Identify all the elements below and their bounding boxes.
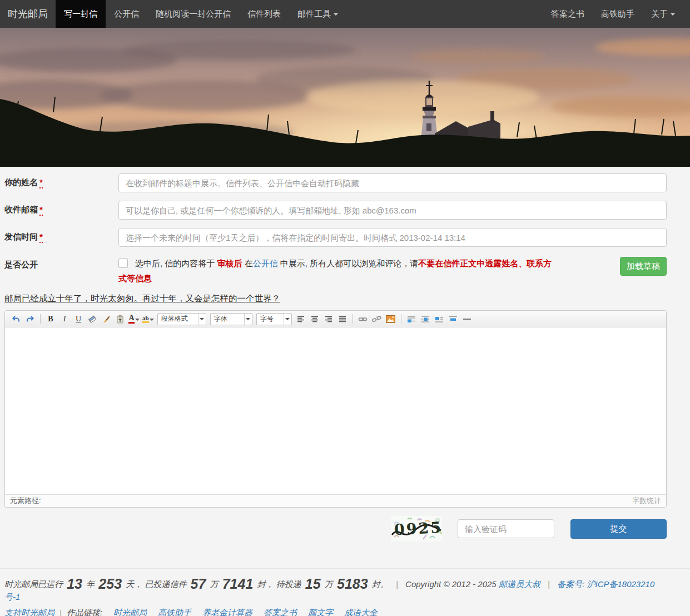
work-link-idiom-dictionary[interactable]: 成语大全 (344, 608, 378, 616)
redo-icon[interactable] (23, 312, 37, 325)
word-count-label[interactable]: 字数统计 (632, 496, 661, 506)
chevron-down-icon (334, 13, 338, 16)
nav-item-public-letters[interactable]: 公开信 (106, 0, 147, 28)
chevron-down-icon (150, 319, 154, 321)
rich-text-editor: B I U A ab 段落格式 (4, 310, 667, 508)
bold-button[interactable]: B (44, 312, 57, 325)
send-time-input[interactable] (118, 228, 667, 247)
toolbar-separator (40, 314, 41, 324)
navbar: 时光邮局 写一封信 公开信 随机阅读一封公开信 信件列表 邮件工具 答案之书 高… (0, 0, 690, 28)
author-link[interactable]: 邮递员大叔 (499, 579, 540, 589)
chevron-down-icon (244, 314, 252, 325)
image-float-left-icon[interactable] (405, 312, 418, 325)
underline-button[interactable]: U (72, 312, 85, 325)
chevron-down-icon (671, 13, 675, 16)
font-color-picker[interactable]: A (127, 312, 141, 325)
load-draft-button[interactable]: 加载草稿 (620, 257, 667, 276)
image-float-right-icon[interactable] (433, 312, 446, 325)
undo-icon[interactable] (9, 312, 23, 325)
work-link-kaomoji[interactable]: 颜文字 (308, 608, 333, 616)
format-brush-icon[interactable] (100, 312, 113, 325)
font-size-select[interactable]: 字号 (256, 313, 292, 325)
editor-toolbar: B I U A ab 段落格式 (5, 311, 666, 327)
highlight-color-picker[interactable]: ab (141, 312, 155, 325)
send-time-row: 发信时间* (4, 228, 667, 247)
send-time-label: 发信时间* (4, 228, 118, 242)
delivered-count: 7141 (222, 576, 254, 592)
work-link-rail-helper[interactable]: 高铁助手 (158, 608, 191, 616)
separator: | (548, 579, 550, 589)
editor-content[interactable] (5, 327, 666, 494)
nav-item-answer-book[interactable]: 答案之书 (543, 0, 593, 28)
pending-wan-count: 15 (305, 576, 321, 592)
nav-item-rail-helper[interactable]: 高铁助手 (593, 0, 643, 28)
captcha-input[interactable] (458, 519, 554, 538)
review-note: 审核后 (217, 259, 242, 268)
hero-image (0, 28, 690, 167)
align-left-icon[interactable] (294, 312, 307, 325)
horizontal-rule-icon[interactable] (460, 312, 474, 325)
paragraph-format-select[interactable]: 段落格式 (157, 313, 206, 325)
copyright-text: Copyright © 2012 - 2025 (405, 579, 497, 589)
align-justify-icon[interactable] (336, 312, 349, 325)
years-running-count: 13 (67, 576, 82, 592)
separator: | (59, 608, 62, 616)
required-asterisk: * (39, 177, 43, 188)
image-inline-icon[interactable] (419, 312, 432, 325)
subject-suggestion-link[interactable]: 邮局已经成立十年了，时光太匆匆。再过十年，又会是怎样的一个世界？ (4, 293, 280, 305)
work-link-pension-calculator[interactable]: 养老金计算器 (202, 608, 252, 616)
days-running-count: 253 (98, 576, 122, 592)
required-asterisk: * (39, 232, 43, 243)
insert-link-icon[interactable] (356, 312, 370, 325)
delivered-wan-count: 57 (191, 576, 206, 592)
chevron-down-icon (198, 314, 206, 325)
email-input[interactable] (118, 201, 667, 220)
footer-links-line: 支持时光邮局 | 作品链接: 时光邮局 高铁助手 养老金计算器 答案之书 颜文字… (4, 608, 667, 616)
email-row: 收件邮箱* (4, 201, 667, 220)
element-path-label: 元素路径: (10, 496, 41, 506)
insert-image-icon[interactable] (384, 312, 398, 325)
works-label: 作品链接: (67, 608, 102, 616)
captcha-row: 0925 提交 (4, 516, 667, 542)
editor-statusbar: 元素路径: 字数统计 (5, 494, 666, 507)
toolbar-separator (401, 314, 401, 324)
image-block-icon[interactable] (446, 312, 460, 325)
hero-banner (0, 28, 690, 167)
public-row: 是否公开 选中后, 信的内容将于 审核后 在公开信 中展示, 所有人都可以浏览和… (4, 256, 667, 286)
email-label: 收件邮箱* (4, 201, 118, 215)
captcha-image[interactable]: 0925 (391, 516, 442, 542)
work-link-answer-book[interactable]: 答案之书 (264, 608, 297, 616)
public-description: 选中后, 信的内容将于 审核后 在公开信 中展示, 所有人都可以浏览和评论，请不… (118, 256, 553, 286)
footer: 时光邮局已运行 13 年 253 天， 已投递信件 57 万 7141 封， 待… (0, 568, 690, 616)
public-label: 是否公开 (4, 256, 118, 270)
paste-plain-text-icon[interactable] (113, 312, 127, 325)
chevron-down-icon (284, 314, 291, 325)
nav-item-write-letter[interactable]: 写一封信 (56, 0, 106, 28)
required-asterisk: * (39, 205, 43, 216)
name-input[interactable] (118, 173, 667, 192)
font-family-select[interactable]: 字体 (210, 313, 252, 325)
name-row: 你的姓名* (4, 173, 667, 192)
chevron-down-icon (135, 319, 140, 321)
support-link[interactable]: 支持时光邮局 (4, 608, 54, 616)
nav-item-about[interactable]: 关于 (643, 0, 683, 28)
nav-item-mail-tools[interactable]: 邮件工具 (289, 0, 346, 28)
captcha-code-text: 0925 (394, 519, 442, 539)
unlink-icon[interactable] (370, 312, 384, 325)
submit-button[interactable]: 提交 (570, 519, 667, 539)
italic-button[interactable]: I (58, 312, 71, 325)
footer-stats-line: 时光邮局已运行 13 年 253 天， 已投递信件 57 万 7141 封， 待… (4, 576, 667, 603)
pending-count: 5183 (337, 576, 368, 592)
nav-item-letter-list[interactable]: 信件列表 (239, 0, 289, 28)
align-center-icon[interactable] (308, 312, 321, 325)
letter-form: 你的姓名* 收件邮箱* 发信时间* 是否公开 选中后, 信的内容将于 审核后 在… (0, 173, 690, 542)
brand-logo[interactable]: 时光邮局 (0, 0, 56, 28)
public-letters-link[interactable]: 公开信 (253, 259, 278, 268)
navbar-right: 答案之书 高铁助手 关于 (543, 0, 683, 28)
public-checkbox[interactable] (118, 259, 128, 268)
work-link-time-post[interactable]: 时光邮局 (113, 608, 147, 616)
name-label: 你的姓名* (4, 173, 118, 188)
remove-format-icon[interactable] (86, 312, 99, 325)
align-right-icon[interactable] (322, 312, 335, 325)
nav-item-random-letter[interactable]: 随机阅读一封公开信 (147, 0, 239, 28)
